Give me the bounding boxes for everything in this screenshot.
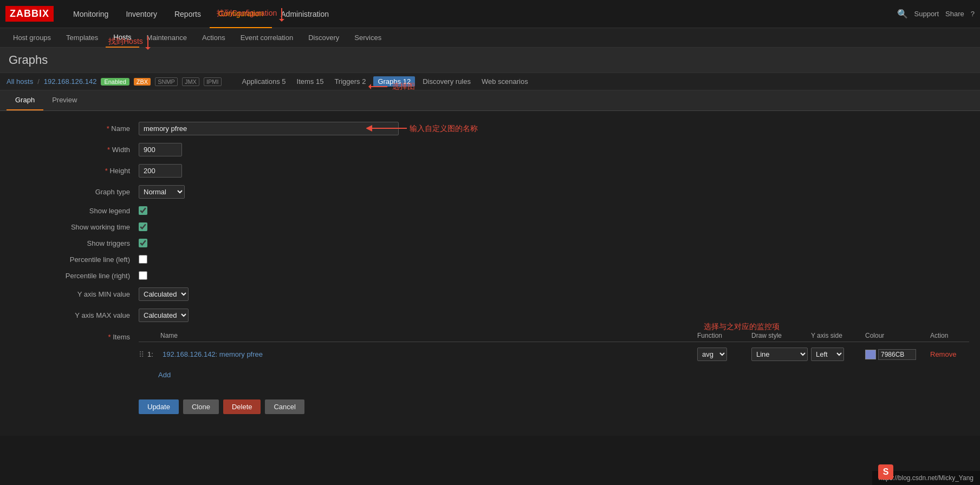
breadcrumb-all-hosts[interactable]: All hosts [7,77,33,86]
host-tab-triggers[interactable]: Triggers 2 [331,77,369,86]
annotation-enter-name: 输入自定义图的名称 [410,124,478,133]
subnav-actions[interactable]: Actions [194,28,233,48]
clone-button[interactable]: Clone [183,399,219,414]
select-graph-type[interactable]: Normal Stacked Pie Exploded [139,185,185,199]
label-percentile-right: Percentile line (right) [11,272,130,280]
help-button[interactable]: ? [971,10,975,18]
form-row-items: * Items Name Function Draw style Y axis … [0,330,980,381]
subnav-services[interactable]: Services [347,28,389,48]
delete-button[interactable]: Delete [223,399,261,414]
input-height[interactable] [139,164,182,178]
host-tab-discovery-rules[interactable]: Discovery rules [419,77,474,86]
drag-handle-icon[interactable]: ⠿ [139,350,144,359]
form-row-graph-type: Graph type Normal Stacked Pie Exploded [0,185,980,199]
form-buttons: Update Clone Delete Cancel [0,389,980,425]
form-row-y-min: Y axis MIN value Calculated Fixed Item [0,287,980,301]
nav-monitoring[interactable]: Monitoring [64,0,117,28]
label-items: * Items [11,330,130,341]
col-action-cell: Remove [926,350,969,358]
sub-navigation: Host groups Templates Hosts Maintenance … [0,28,980,48]
label-y-axis-min: Y axis MIN value [11,290,130,298]
select-y-axis-max[interactable]: Calculated Fixed Item [139,309,189,322]
add-item-section: Add [139,364,969,381]
label-items-text: Items [113,333,130,341]
badge-zbx: ZBX [134,78,151,86]
label-name: * Name [11,124,130,133]
host-tab-applications[interactable]: Applications 5 [239,77,289,86]
page-title: Graphs [9,53,971,67]
tab-preview[interactable]: Preview [43,90,86,110]
nav-administration[interactable]: Administration [272,0,338,28]
required-star-width: * [107,146,110,154]
subnav-event-correlation[interactable]: Event correlation [233,28,301,48]
row-number: 1: [147,350,158,358]
col-func-cell: min avg max all last [693,348,747,361]
required-star-height: * [105,167,108,175]
select-draw-style[interactable]: Line Filled region Bold line Dot Dashed … [751,348,808,361]
tab-graph[interactable]: Graph [7,90,43,110]
input-width[interactable] [139,143,182,156]
col-header-name: Name [139,332,693,339]
label-height-text: Height [109,167,130,175]
nav-reports[interactable]: Reports [166,0,210,28]
col-header-action: Action [926,332,969,339]
remove-link[interactable]: Remove [930,350,956,358]
subnav-templates[interactable]: Templates [59,28,106,48]
colour-input[interactable] [878,349,916,360]
annotation-select-items: 选择与之对应的监控项 [704,322,780,332]
support-button[interactable]: Support [914,10,939,18]
col-header-draw-style: Draw style [747,332,807,339]
label-height: * Height [11,167,130,175]
subnav-maintenance[interactable]: Maintenance [139,28,194,48]
checkbox-show-working-time[interactable] [139,222,147,231]
logo: ZABBIX [5,6,54,22]
input-name[interactable] [139,122,399,135]
checkbox-show-triggers[interactable] [139,239,147,247]
table-row: ⠿ 1: 192.168.126.142: memory pfree 选择与之对… [139,344,969,364]
form-row-show-triggers: Show triggers [0,239,980,247]
item-link[interactable]: 192.168.126.142: memory pfree [163,350,693,358]
cancel-button[interactable]: Cancel [265,399,304,414]
badge-snmp: SNMP [155,77,178,86]
select-y-axis-side[interactable]: Left Right [811,348,844,361]
checkbox-show-legend[interactable] [139,206,147,215]
host-tab-web-scenarios[interactable]: Web scenarios [478,77,531,86]
share-button[interactable]: Share [945,10,964,18]
form-area: * Name 输入自定义图的名称 * Width [0,111,980,436]
label-percentile-left: Percentile line (left) [11,255,130,264]
col-header-colour: Colour [861,332,926,339]
top-nav-items: Monitoring Inventory Reports Configurati… [64,0,897,28]
col-yaxis-cell: Left Right [807,348,861,361]
label-show-triggers: Show triggers [11,239,130,247]
search-button[interactable]: 🔍 [897,9,908,19]
subnav-discovery[interactable]: Discovery [301,28,347,48]
add-item-link[interactable]: Add [158,371,171,379]
select-function[interactable]: min avg max all last [697,348,727,361]
colour-swatch[interactable] [865,350,876,359]
host-tab-graphs[interactable]: Graphs 12 [373,76,415,87]
badge-enabled: Enabled [101,78,129,86]
update-button[interactable]: Update [139,399,179,414]
breadcrumb-bar: All hosts / 192.168.126.142 Enabled ZBX … [0,73,980,90]
checkbox-percentile-right[interactable] [139,271,147,280]
label-graph-type: Graph type [11,188,130,196]
label-y-axis-max: Y axis MAX value [11,311,130,319]
page-header: Graphs [0,48,980,73]
host-tab-items[interactable]: Items 15 [294,77,327,86]
items-table-wrap: Name Function Draw style Y axis side Col… [139,330,969,381]
breadcrumb-host-ip[interactable]: 192.168.126.142 [44,77,97,86]
select-y-axis-min[interactable]: Calculated Fixed Item [139,287,189,301]
nav-inventory[interactable]: Inventory [117,0,166,28]
nav-configuration[interactable]: Configuration [210,0,272,28]
subnav-hosts[interactable]: Hosts [106,28,139,48]
form-row-percentile-right: Percentile line (right) [0,271,980,280]
form-row-width: * Width [0,143,980,156]
subnav-host-groups[interactable]: Host groups [5,28,59,48]
annotation-arrow-name [366,124,410,140]
label-show-working-time: Show working time [11,223,130,231]
breadcrumb-sep1: / [37,77,40,86]
top-nav-right: 🔍 Support Share ? [897,9,975,19]
checkbox-percentile-left[interactable] [139,255,147,264]
badge-jmx: JMX [182,77,199,86]
label-width-text: Width [112,146,130,154]
